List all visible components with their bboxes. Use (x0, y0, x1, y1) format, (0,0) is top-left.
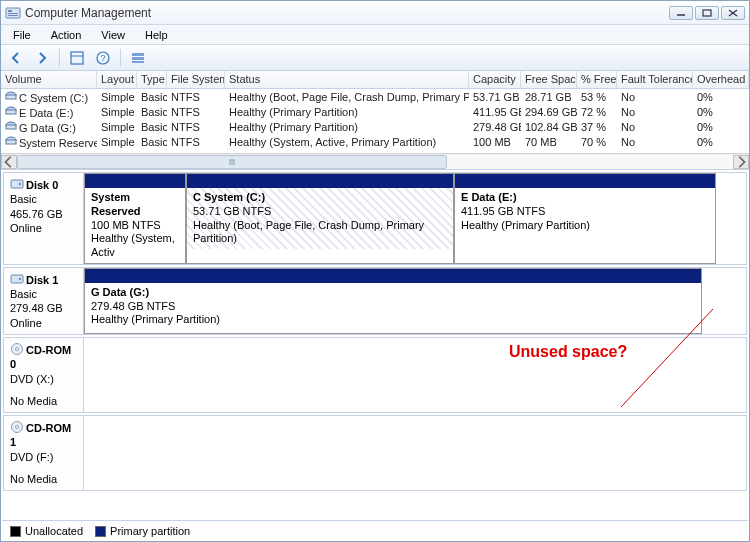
disk-name: Disk 1 (26, 274, 58, 286)
volume-layout: Simple (97, 121, 137, 133)
menu-file[interactable]: File (5, 27, 39, 43)
volume-list-header: Volume Layout Type File System Status Ca… (1, 71, 749, 89)
volume-row[interactable]: G Data (G:)SimpleBasicNTFSHealthy (Prima… (1, 119, 749, 134)
toolbar-separator (59, 49, 60, 67)
help-button[interactable]: ? (92, 48, 114, 68)
forward-button[interactable] (31, 48, 53, 68)
close-button[interactable] (721, 6, 745, 20)
disk-icon (10, 272, 24, 286)
volume-name: G Data (G:) (19, 122, 76, 134)
disk-sub3: Online (10, 317, 42, 329)
app-icon (5, 5, 21, 21)
menu-view[interactable]: View (93, 27, 133, 43)
volume-free: 28.71 GB (521, 91, 577, 103)
partition-size: 53.71 GB NTFS (193, 205, 447, 219)
partition[interactable]: C System (C:)53.71 GB NTFSHealthy (Boot,… (186, 173, 454, 264)
drive-icon (5, 120, 17, 132)
svg-rect-18 (6, 110, 16, 114)
scroll-track[interactable] (17, 155, 733, 169)
refresh-button[interactable] (66, 48, 88, 68)
maximize-button[interactable] (695, 6, 719, 20)
volume-name: C System (C:) (19, 92, 88, 104)
menu-help[interactable]: Help (137, 27, 176, 43)
svg-rect-1 (8, 10, 12, 12)
legend-primary: Primary partition (95, 525, 190, 537)
partition-name: System Reserved (91, 191, 179, 219)
toolbar-separator (120, 49, 121, 67)
volume-name: System Reserved (19, 137, 97, 149)
volume-fs: NTFS (167, 106, 225, 118)
volume-overhead: 0% (693, 91, 749, 103)
partition-size: 100 MB NTFS (91, 219, 179, 233)
partition-status: Healthy (Primary Partition) (91, 313, 695, 327)
partition-bar (455, 174, 715, 188)
menu-action[interactable]: Action (43, 27, 90, 43)
volume-fs: NTFS (167, 91, 225, 103)
volume-capacity: 279.48 GB (469, 121, 521, 133)
window-title: Computer Management (25, 6, 669, 20)
col-status[interactable]: Status (225, 71, 469, 88)
disk-sub2: 465.76 GB (10, 208, 63, 220)
disk-sub3: Online (10, 222, 42, 234)
volume-capacity: 53.71 GB (469, 91, 521, 103)
volume-free: 70 MB (521, 136, 577, 148)
col-layout[interactable]: Layout (97, 71, 137, 88)
scroll-left-button[interactable] (1, 155, 17, 169)
svg-point-31 (16, 347, 19, 350)
volume-fs: NTFS (167, 136, 225, 148)
disk-name: Disk 0 (26, 179, 58, 191)
volume-capacity: 411.95 GB (469, 106, 521, 118)
volume-row[interactable]: System ReservedSimpleBasicNTFSHealthy (S… (1, 134, 749, 149)
volume-fs: NTFS (167, 121, 225, 133)
volume-overhead: 0% (693, 121, 749, 133)
partition-status: Healthy (System, Activ (91, 232, 179, 260)
disk-partitions: System Reserved100 MB NTFSHealthy (Syste… (84, 173, 746, 264)
back-button[interactable] (5, 48, 27, 68)
col-freespace[interactable]: Free Space (521, 71, 577, 88)
volume-overhead: 0% (693, 136, 749, 148)
col-volume[interactable]: Volume (1, 71, 97, 88)
col-pctfree[interactable]: % Free (577, 71, 617, 88)
partition[interactable]: E Data (E:)411.95 GB NTFSHealthy (Primar… (454, 173, 716, 264)
volume-row[interactable]: C System (C:)SimpleBasicNTFSHealthy (Boo… (1, 89, 749, 104)
partition-size: 411.95 GB NTFS (461, 205, 709, 219)
svg-rect-14 (132, 61, 144, 63)
scroll-thumb[interactable] (17, 155, 447, 169)
volume-row[interactable]: E Data (E:)SimpleBasicNTFSHealthy (Prima… (1, 104, 749, 119)
swatch-black (10, 526, 21, 537)
col-fault-tolerance[interactable]: Fault Tolerance (617, 71, 693, 88)
cd-icon (10, 420, 24, 434)
drive-icon (5, 90, 17, 102)
main-content: Volume Layout Type File System Status Ca… (1, 71, 749, 541)
disk-partitions: G Data (G:)279.48 GB NTFSHealthy (Primar… (84, 268, 746, 334)
titlebar: Computer Management (1, 1, 749, 25)
disk-label[interactable]: Disk 1Basic279.48 GBOnline (4, 268, 84, 334)
svg-point-29 (19, 278, 21, 280)
volume-ft: No (617, 121, 693, 133)
disk-label[interactable]: Disk 0Basic465.76 GBOnline (4, 173, 84, 264)
menubar: File Action View Help (1, 25, 749, 45)
col-capacity[interactable]: Capacity (469, 71, 521, 88)
svg-point-33 (16, 426, 19, 429)
volume-free: 102.84 GB (521, 121, 577, 133)
svg-point-27 (19, 183, 21, 185)
cdrom-block: CD-ROM 0DVD (X:)No Media (3, 337, 747, 413)
scroll-right-button[interactable] (733, 155, 749, 169)
col-filesystem[interactable]: File System (167, 71, 225, 88)
horizontal-scrollbar[interactable] (1, 153, 749, 169)
cdrom-label[interactable]: CD-ROM 0DVD (X:)No Media (4, 338, 84, 412)
partition[interactable]: System Reserved100 MB NTFSHealthy (Syste… (84, 173, 186, 264)
toolbar: ? (1, 45, 749, 71)
col-type[interactable]: Type (137, 71, 167, 88)
detail-view-button[interactable] (127, 48, 149, 68)
drive-icon (5, 135, 17, 147)
swatch-blue (95, 526, 106, 537)
minimize-button[interactable] (669, 6, 693, 20)
svg-rect-28 (11, 275, 23, 283)
cdrom-label[interactable]: CD-ROM 1DVD (F:)No Media (4, 416, 84, 490)
volume-pctfree: 53 % (577, 91, 617, 103)
svg-rect-3 (8, 15, 18, 16)
disk-block: Disk 0Basic465.76 GBOnlineSystem Reserve… (3, 172, 747, 265)
col-overhead[interactable]: Overhead (693, 71, 749, 88)
partition[interactable]: G Data (G:)279.48 GB NTFSHealthy (Primar… (84, 268, 702, 334)
